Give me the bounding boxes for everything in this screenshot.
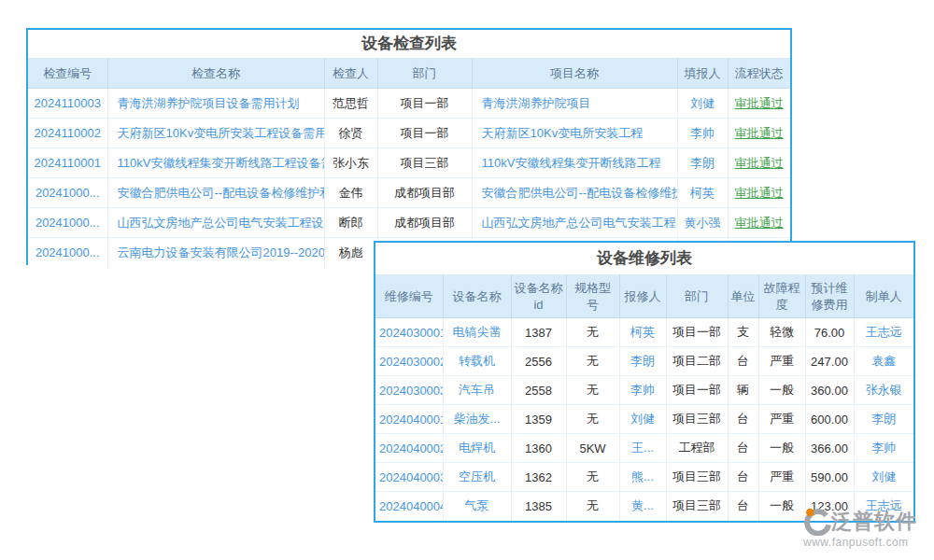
cell-link[interactable]: 110kV安徽线程集变开断线路工程设备需... — [107, 148, 324, 178]
cell-text: 无 — [566, 463, 619, 492]
cell-link[interactable]: 张永银 — [854, 376, 913, 405]
column-header: 单位 — [728, 275, 758, 318]
cell-text: 1362 — [511, 463, 566, 492]
cell-text: 项目一部 — [377, 119, 472, 148]
fanpu-logo-icon — [800, 508, 831, 536]
cell-link[interactable]: 空压机 — [443, 463, 511, 492]
cell-text: 项目一部 — [377, 89, 472, 119]
column-header: 项目名称 — [472, 59, 677, 89]
column-header: 维修编号 — [375, 275, 443, 318]
cell-text: 1360 — [511, 434, 566, 463]
cell-link[interactable]: 转载机 — [443, 347, 511, 376]
cell-link[interactable]: 2024110003 — [28, 89, 107, 119]
cell-link[interactable]: 电焊机 — [443, 434, 511, 463]
cell-status-link[interactable]: 审批通过 — [728, 178, 790, 208]
cell-link[interactable]: 110kV安徽线程集变开断线路工程 — [472, 148, 677, 178]
column-header: 部门 — [666, 275, 728, 318]
table-row: 2024030003汽车吊2558无李帅项目一部辆一般360.00张永银 — [375, 376, 913, 405]
cell-link[interactable]: 2024110002 — [28, 119, 107, 148]
cell-link[interactable]: 李朗 — [854, 405, 913, 434]
cell-link[interactable]: 2024040004 — [375, 492, 443, 521]
cell-link[interactable]: 2024110001 — [28, 148, 107, 178]
inspection-list-panel: 设备检查列表 检查编号检查名称检查人部门项目名称填报人流程状态 20241100… — [26, 28, 792, 265]
table-row: 2024040002电焊机13605KW王...工程部台一般366.00李帅 — [375, 434, 913, 463]
cell-text: 无 — [566, 376, 619, 405]
cell-text: 徐贤 — [324, 119, 377, 148]
cell-link[interactable]: 李帅 — [677, 119, 728, 148]
cell-text: 台 — [728, 434, 758, 463]
cell-link[interactable]: 青海洪湖养护院项目设备需用计划 — [107, 89, 324, 119]
cell-link[interactable]: 刘健 — [677, 89, 728, 119]
cell-link[interactable]: 黄... — [619, 492, 666, 521]
cell-link[interactable]: 2024040003 — [375, 463, 443, 492]
cell-link[interactable]: 2024040001 — [375, 405, 443, 434]
repair-list-panel: 设备维修列表 维修编号设备名称设备名称id规格型号报修人部门单位故障程度预计维修… — [374, 241, 915, 523]
cell-link[interactable]: 2024030001 — [375, 318, 443, 347]
cell-text: 无 — [566, 318, 619, 347]
inspection-table: 检查编号检查名称检查人部门项目名称填报人流程状态 2024110003青海洪湖养… — [28, 58, 790, 268]
column-header: 检查名称 — [107, 59, 324, 89]
cell-text: 轻微 — [758, 318, 805, 347]
cell-text: 590.00 — [805, 463, 854, 492]
cell-text: 无 — [566, 405, 619, 434]
cell-text: 无 — [566, 492, 619, 521]
cell-link[interactable]: 电镐尖凿 — [443, 318, 511, 347]
cell-link[interactable]: 气泵 — [443, 492, 511, 521]
cell-text: 成都项目部 — [377, 178, 472, 208]
cell-status-link[interactable]: 审批通过 — [728, 119, 790, 148]
cell-link[interactable]: 柴油发... — [443, 405, 511, 434]
cell-link[interactable]: 2024030003 — [375, 376, 443, 405]
cell-text: 1385 — [511, 492, 566, 521]
cell-link[interactable]: 袁鑫 — [854, 347, 913, 376]
cell-text: 项目一部 — [666, 376, 728, 405]
repair-table-body: 2024030001电镐尖凿1387无柯英项目一部支轻微76.00王志远2024… — [375, 318, 913, 521]
vendor-watermark: 泛普软件 www.fanpusoft.com — [800, 508, 934, 549]
cell-link[interactable]: 20241000... — [28, 208, 107, 238]
cell-link[interactable]: 山西弘文房地产总公司电气安装工程设备... — [107, 208, 324, 238]
cell-link[interactable]: 安徽合肥供电公司--配电设备检修维护... — [472, 178, 677, 208]
cell-link[interactable]: 20241000... — [28, 178, 107, 208]
column-header: 设备名称 — [443, 275, 511, 318]
cell-text: 项目三部 — [666, 492, 728, 521]
cell-text: 成都项目部 — [377, 208, 472, 238]
column-header: 流程状态 — [728, 59, 790, 89]
cell-link[interactable]: 柯英 — [619, 318, 666, 347]
cell-link[interactable]: 柯英 — [677, 178, 728, 208]
cell-status-link[interactable]: 审批通过 — [728, 89, 790, 119]
cell-text: 项目三部 — [666, 463, 728, 492]
cell-text: 台 — [728, 347, 758, 376]
cell-link[interactable]: 刘健 — [619, 405, 666, 434]
cell-link[interactable]: 李朗 — [619, 347, 666, 376]
cell-text: 项目一部 — [666, 318, 728, 347]
cell-link[interactable]: 山西弘文房地产总公司电气安装工程 — [472, 208, 677, 238]
cell-link[interactable]: 青海洪湖养护院项目 — [472, 89, 677, 119]
cell-link[interactable]: 王志远 — [854, 318, 913, 347]
cell-link[interactable]: 20241000... — [28, 238, 107, 268]
column-header: 部门 — [377, 59, 472, 89]
cell-link[interactable]: 天府新区10Kv变电所安装工程设备需用计划 — [107, 119, 324, 148]
table-row: 2024110002天府新区10Kv变电所安装工程设备需用计划徐贤项目一部天府新… — [28, 119, 790, 148]
page: 设备检查列表 检查编号检查名称检查人部门项目名称填报人流程状态 20241100… — [0, 0, 934, 560]
cell-text: 360.00 — [805, 376, 854, 405]
column-header: 检查人 — [324, 59, 377, 89]
cell-link[interactable]: 李帅 — [619, 376, 666, 405]
cell-link[interactable]: 刘健 — [854, 463, 913, 492]
cell-status-link[interactable]: 审批通过 — [728, 208, 790, 238]
cell-link[interactable]: 2024030002 — [375, 347, 443, 376]
cell-link[interactable]: 王... — [619, 434, 666, 463]
cell-text: 366.00 — [805, 434, 854, 463]
cell-link[interactable]: 李朗 — [677, 148, 728, 178]
cell-link[interactable]: 天府新区10Kv变电所安装工程 — [472, 119, 677, 148]
cell-link[interactable]: 安徽合肥供电公司--配电设备检修维护和... — [107, 178, 324, 208]
cell-text: 范思哲 — [324, 89, 377, 119]
cell-link[interactable]: 汽车吊 — [443, 376, 511, 405]
cell-link[interactable]: 熊... — [619, 463, 666, 492]
cell-text: 台 — [728, 405, 758, 434]
cell-link[interactable]: 2024040002 — [375, 434, 443, 463]
cell-text: 76.00 — [805, 318, 854, 347]
cell-link[interactable]: 李帅 — [854, 434, 913, 463]
cell-link[interactable]: 黄小强 — [677, 208, 728, 238]
cell-link[interactable]: 云南电力设备安装有限公司2019--2020年... — [107, 238, 324, 268]
table-row: 2024040003空压机1362无熊...项目三部台严重590.00刘健 — [375, 463, 913, 492]
cell-status-link[interactable]: 审批通过 — [728, 148, 790, 178]
